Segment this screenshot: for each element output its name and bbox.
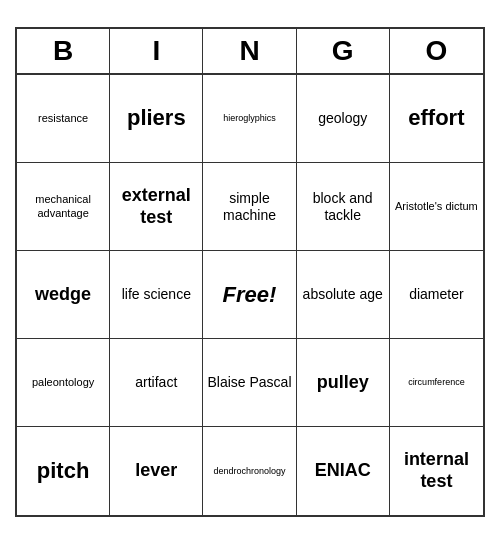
cell-r0-c4: effort (390, 75, 483, 163)
cell-r3-c4: circumference (390, 339, 483, 427)
cell-text: life science (122, 286, 191, 303)
cell-r3-c0: paleontology (17, 339, 110, 427)
cell-r4-c4: internal test (390, 427, 483, 515)
cell-r1-c2: simple machine (203, 163, 296, 251)
cell-text: diameter (409, 286, 463, 303)
cell-r4-c2: dendrochronology (203, 427, 296, 515)
cell-r4-c1: lever (110, 427, 203, 515)
bingo-header: BINGO (17, 29, 483, 75)
cell-text: geology (318, 110, 367, 127)
cell-r2-c2: Free! (203, 251, 296, 339)
cell-text: block and tackle (301, 190, 385, 224)
bingo-card: BINGO resistancepliershieroglyphicsgeolo… (15, 27, 485, 517)
cell-r3-c2: Blaise Pascal (203, 339, 296, 427)
cell-text: external test (114, 185, 198, 228)
cell-text: artifact (135, 374, 177, 391)
cell-text: circumference (408, 377, 465, 388)
cell-r2-c4: diameter (390, 251, 483, 339)
cell-text: Blaise Pascal (207, 374, 291, 391)
cell-text: absolute age (303, 286, 383, 303)
cell-r4-c0: pitch (17, 427, 110, 515)
cell-text: Free! (223, 282, 277, 308)
cell-r2-c3: absolute age (297, 251, 390, 339)
cell-text: resistance (38, 112, 88, 125)
cell-r1-c3: block and tackle (297, 163, 390, 251)
header-letter-n: N (203, 29, 296, 73)
cell-r2-c0: wedge (17, 251, 110, 339)
cell-r4-c3: ENIAC (297, 427, 390, 515)
cell-r0-c3: geology (297, 75, 390, 163)
cell-text: pliers (127, 105, 186, 131)
header-letter-i: I (110, 29, 203, 73)
cell-text: internal test (394, 449, 479, 492)
header-letter-b: B (17, 29, 110, 73)
cell-text: paleontology (32, 376, 94, 389)
cell-r2-c1: life science (110, 251, 203, 339)
cell-r0-c0: resistance (17, 75, 110, 163)
header-letter-g: G (297, 29, 390, 73)
cell-text: pitch (37, 458, 90, 484)
cell-text: Aristotle's dictum (395, 200, 478, 213)
cell-r0-c1: pliers (110, 75, 203, 163)
cell-text: effort (408, 105, 464, 131)
cell-text: pulley (317, 372, 369, 394)
cell-text: simple machine (207, 190, 291, 224)
cell-r1-c0: mechanical advantage (17, 163, 110, 251)
cell-text: ENIAC (315, 460, 371, 482)
cell-text: wedge (35, 284, 91, 306)
bingo-grid: resistancepliershieroglyphicsgeologyeffo… (17, 75, 483, 515)
cell-r1-c1: external test (110, 163, 203, 251)
cell-r0-c2: hieroglyphics (203, 75, 296, 163)
cell-text: lever (135, 460, 177, 482)
cell-r3-c3: pulley (297, 339, 390, 427)
header-letter-o: O (390, 29, 483, 73)
cell-r1-c4: Aristotle's dictum (390, 163, 483, 251)
cell-r3-c1: artifact (110, 339, 203, 427)
cell-text: dendrochronology (213, 466, 285, 477)
cell-text: mechanical advantage (21, 193, 105, 219)
cell-text: hieroglyphics (223, 113, 276, 124)
